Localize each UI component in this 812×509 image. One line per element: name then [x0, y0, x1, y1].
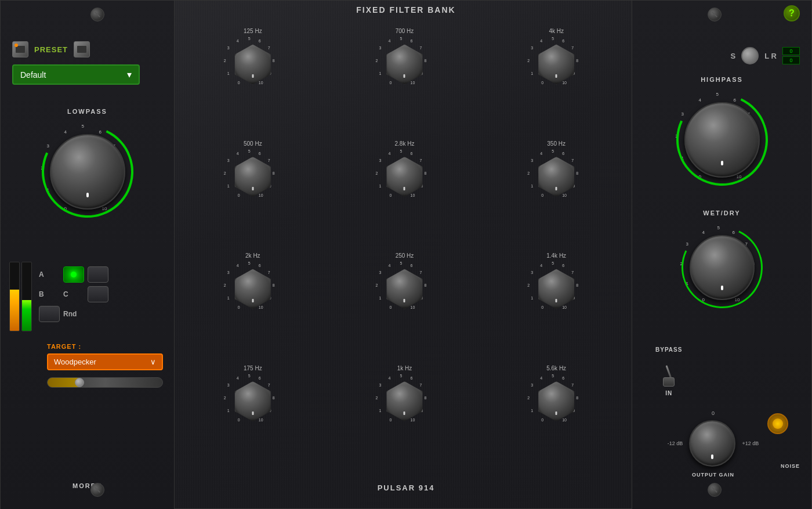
filter-cell-9: 175 Hz 5 6 7 8 9 10 0 1 2 3 4 — [177, 363, 329, 475]
bypass-section: BYPASS IN — [655, 346, 682, 396]
morph-c-button[interactable] — [88, 286, 108, 302]
left-panel: PRESET Default ▾ LOWPASS 5 6 7 8 9 10 0 … — [1, 1, 175, 509]
preset-arrow: ▾ — [127, 69, 132, 80]
save-preset-button[interactable] — [12, 41, 28, 57]
lowpass-label: LOWPASS — [67, 108, 107, 115]
filter-label-8: 1.4k Hz — [546, 252, 566, 259]
preset-dropdown[interactable]: Default ▾ — [12, 64, 140, 85]
scale-2: 2 — [41, 166, 44, 171]
screw-bl — [90, 483, 104, 497]
morph-slider-track — [47, 377, 163, 388]
scale-6: 6 — [99, 130, 102, 135]
preset-section: PRESET Default ▾ — [1, 1, 174, 96]
filter-label-6: 2k Hz — [245, 252, 260, 259]
output-section: 0 -12 dB +12 dB OUTPUT GAIN — [650, 410, 777, 478]
filter-cell-8: 1.4k Hz 5 6 7 8 9 10 0 1 2 3 4 — [480, 250, 632, 363]
preset-current: Default — [20, 70, 46, 80]
target-current: Woodpecker — [54, 358, 96, 366]
in-label: IN — [665, 390, 672, 396]
vu-meters — [9, 262, 32, 337]
slr-value-2: 0 — [782, 56, 800, 64]
slr-value-1: 0 — [782, 47, 800, 55]
screw-tr — [708, 8, 722, 21]
vu-meter-left — [9, 262, 20, 331]
s-button[interactable]: S — [731, 52, 736, 60]
filter-cell-4: 2.8k Hz 5 6 7 8 9 10 0 1 2 3 4 — [329, 138, 481, 251]
filter-label-1: 700 Hz — [396, 28, 414, 34]
filter-cell-5: 350 Hz 5 6 7 8 9 10 0 1 2 3 4 — [480, 138, 632, 251]
morph-rnd-btn[interactable] — [39, 306, 60, 322]
output-gain-zero: 0 — [712, 410, 715, 416]
screw-tl — [90, 8, 104, 21]
filter-label-9: 175 Hz — [244, 365, 262, 371]
morph-rnd-label: Rnd — [63, 310, 84, 318]
scale-4: 4 — [64, 130, 67, 135]
preset-label: PRESET — [34, 45, 68, 54]
morph-slider-thumb[interactable] — [75, 378, 84, 387]
output-gain-max: +12 dB — [742, 441, 759, 446]
morph-b-btn-left[interactable] — [88, 266, 108, 283]
noise-button[interactable] — [767, 413, 788, 434]
filter-label-0: 125 Hz — [244, 28, 262, 34]
wetdry-knob[interactable] — [690, 235, 755, 300]
filter-cell-10: 1k Hz 5 6 7 8 9 10 0 1 2 3 4 — [329, 363, 481, 475]
morph-a-label: A — [39, 270, 60, 279]
highpass-label: HIGHPASS — [701, 76, 743, 83]
output-gain-knob[interactable] — [689, 420, 735, 467]
scale-0: 0 — [64, 207, 67, 211]
right-panel: S L R 0 0 HIGHPASS 5 6 7 8 9 10 0 1 2 3 — [632, 1, 811, 509]
morph-c-label: C — [63, 290, 84, 298]
filter-cell-6: 2k Hz 5 6 7 8 9 10 0 1 2 3 4 — [177, 250, 329, 363]
morph-b-label: B — [39, 290, 60, 298]
highpass-knob[interactable] — [684, 102, 760, 178]
lowpass-section: LOWPASS 5 6 7 8 9 10 0 1 2 3 4 — [1, 96, 174, 224]
filter-cell-0: 125 Hz 5 6 7 8 9 10 0 1 2 3 4 — [177, 26, 329, 138]
bypass-label: BYPASS — [655, 346, 682, 353]
preset-header: PRESET — [12, 41, 162, 57]
filter-label-11: 5.6k Hz — [546, 365, 566, 371]
plugin-title: FIXED FILTER BANK — [356, 5, 455, 15]
output-gain-label: OUTPUT GAIN — [692, 472, 734, 478]
plugin-container: FIXED FILTER BANK PULSAR 914 ? PRESET De… — [0, 0, 812, 509]
filter-cell-7: 250 Hz 5 6 7 8 9 10 0 1 2 3 4 — [329, 250, 481, 363]
scale-10: 10 — [102, 207, 107, 211]
scale-5-top: 5 — [82, 124, 84, 129]
target-arrow: ∨ — [150, 358, 156, 366]
scale-3: 3 — [47, 144, 49, 149]
filter-label-7: 250 Hz — [396, 252, 414, 259]
vu-meter-right — [21, 262, 32, 331]
filter-cell-3: 500 Hz 5 6 7 8 9 10 0 1 2 3 4 — [177, 138, 329, 251]
filter-label-3: 500 Hz — [244, 140, 262, 147]
output-gain-min: -12 dB — [668, 441, 683, 446]
filter-label-4: 2.8k Hz — [395, 140, 415, 147]
wetdry-label: WET/DRY — [703, 210, 740, 216]
morph-a-led — [71, 272, 77, 277]
filter-cell-2: 4k Hz 5 6 7 8 9 10 0 1 2 3 4 — [480, 26, 632, 138]
filter-label-5: 350 Hz — [547, 140, 566, 147]
filter-label-2: 4k Hz — [549, 28, 564, 34]
load-preset-button[interactable] — [74, 41, 90, 57]
scale-1: 1 — [47, 188, 49, 193]
filter-cell-11: 5.6k Hz 5 6 7 8 9 10 0 1 2 3 4 — [480, 363, 632, 475]
screw-br — [708, 483, 722, 497]
noise-label: NOISE — [781, 463, 800, 469]
plugin-footer: PULSAR 914 — [378, 483, 435, 492]
filter-bank: 125 Hz 5 6 7 8 9 10 0 1 2 3 4 700 Hz — [175, 21, 635, 479]
slr-section: S L R 0 0 — [731, 47, 800, 64]
morph-a-button[interactable] — [63, 266, 84, 283]
noise-section: NOISE — [781, 461, 800, 469]
filter-cell-1: 700 Hz 5 6 7 8 9 10 0 1 2 3 4 — [329, 26, 481, 138]
target-dropdown[interactable]: Woodpecker ∨ — [47, 353, 163, 370]
lr-button[interactable]: L R — [764, 52, 777, 60]
lowpass-knob[interactable] — [50, 134, 125, 210]
filter-label-10: 1k Hz — [397, 365, 412, 371]
help-button[interactable]: ? — [784, 5, 800, 21]
target-label: TARGET : — [47, 343, 163, 350]
slr-values: 0 0 — [782, 47, 800, 64]
slr-knob[interactable] — [741, 47, 759, 64]
